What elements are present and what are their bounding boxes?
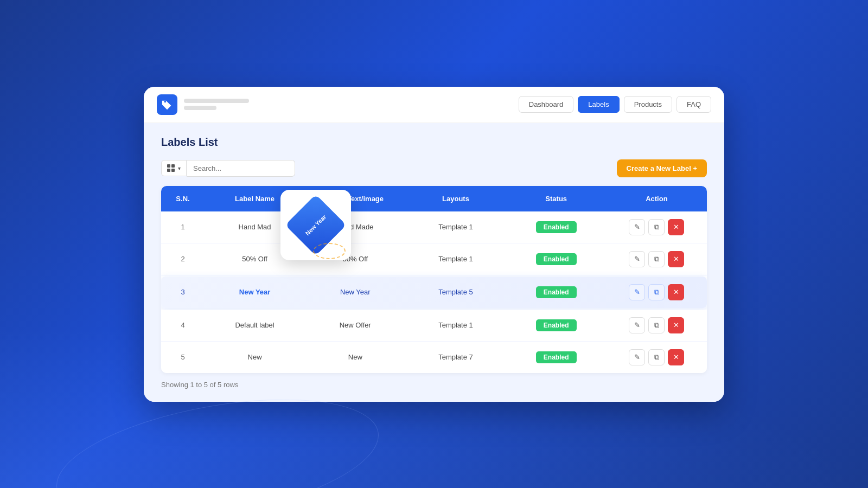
preview-dots-decoration	[313, 243, 346, 259]
cell-label-text: New	[305, 345, 405, 369]
copy-button[interactable]: ⧉	[648, 251, 665, 267]
action-group: ✎ ⧉ ✕	[613, 251, 700, 267]
table-row: 1 Hand Mad Hand Made Template 1 Enabled …	[161, 211, 707, 243]
status-badge: Enabled	[536, 319, 577, 331]
pagination-info: Showing 1 to 5 of 5 rows	[161, 381, 707, 389]
edit-button[interactable]: ✎	[629, 317, 645, 333]
copy-button[interactable]: ⧉	[648, 284, 665, 300]
logo-bar-1	[184, 99, 249, 103]
logo-bar-2	[184, 106, 216, 110]
table-header: S.N. Label Name Label Text/image Layouts…	[161, 186, 707, 211]
cell-sn: 2	[161, 247, 205, 271]
delete-button[interactable]: ✕	[668, 317, 684, 333]
labels-table: S.N. Label Name Label Text/image Layouts…	[161, 186, 707, 373]
col-header-sn: S.N.	[161, 186, 205, 211]
nav-buttons: Dashboard Labels Products FAQ	[519, 96, 711, 113]
nav-faq[interactable]: FAQ	[676, 96, 711, 113]
main-content: Labels List ▾ Create a New Label +	[144, 123, 724, 402]
cell-label-name: New Year	[205, 280, 305, 304]
nav-dashboard[interactable]: Dashboard	[519, 96, 574, 113]
cell-status: Enabled	[506, 279, 607, 306]
cell-layout: Template 7	[405, 345, 506, 369]
cell-layout: Template 5	[405, 280, 506, 304]
cell-label-name: New	[205, 345, 305, 369]
copy-button[interactable]: ⧉	[648, 349, 665, 365]
cell-label-name: Default label	[205, 313, 305, 337]
cell-label-text: New Year	[305, 280, 405, 304]
cell-sn: 3	[161, 280, 205, 304]
edit-button[interactable]: ✎	[629, 219, 645, 235]
cell-action: ✎ ⧉ ✕	[607, 310, 707, 341]
action-group: ✎ ⧉ ✕	[613, 284, 700, 300]
page-title: Labels List	[161, 136, 707, 149]
table-row: 5 New New Template 7 Enabled ✎ ⧉ ✕	[161, 342, 707, 373]
cell-status: Enabled	[506, 344, 607, 371]
cell-action: ✎ ⧉ ✕	[607, 243, 707, 275]
cell-layout: Template 1	[405, 215, 506, 239]
table-row: 4 Default label New Offer Template 1 Ena…	[161, 310, 707, 342]
cell-action: ✎ ⧉ ✕	[607, 277, 707, 308]
logo-text	[184, 99, 249, 110]
cell-sn: 4	[161, 313, 205, 337]
col-header-action: Action	[607, 186, 707, 211]
table-row: 2 50% Off 50% Off Template 1 Enabled ✎ ⧉…	[161, 243, 707, 275]
status-badge: Enabled	[536, 351, 577, 363]
edit-button[interactable]: ✎	[629, 251, 645, 267]
edit-button[interactable]: ✎	[629, 284, 645, 300]
grid-icon	[167, 164, 175, 172]
cell-label-text: New Offer	[305, 313, 405, 337]
cell-action: ✎ ⧉ ✕	[607, 342, 707, 373]
edit-button[interactable]: ✎	[629, 349, 645, 365]
logo-area	[157, 94, 519, 115]
action-group: ✎ ⧉ ✕	[613, 219, 700, 235]
cell-status: Enabled	[506, 312, 607, 339]
toolbar: ▾ Create a New Label +	[161, 159, 707, 177]
nav-products[interactable]: Products	[624, 96, 672, 113]
table-row-highlighted: New Year 3 New Year New Year Template 5 …	[161, 277, 707, 309]
dropdown-arrow-icon: ▾	[178, 165, 181, 171]
status-badge: Enabled	[536, 286, 577, 298]
delete-button[interactable]: ✕	[668, 349, 684, 365]
nav-labels[interactable]: Labels	[578, 96, 619, 113]
app-logo-icon	[157, 94, 177, 115]
status-badge: Enabled	[536, 221, 577, 233]
cell-action: ✎ ⧉ ✕	[607, 211, 707, 243]
delete-button[interactable]: ✕	[668, 219, 684, 235]
cell-sn: 1	[161, 215, 205, 239]
delete-button[interactable]: ✕	[668, 284, 684, 300]
search-input[interactable]	[187, 160, 295, 177]
col-header-layouts: Layouts	[405, 186, 506, 211]
cell-sn: 5	[161, 345, 205, 369]
delete-button[interactable]: ✕	[668, 251, 684, 267]
cell-layout: Template 1	[405, 313, 506, 337]
app-window: Dashboard Labels Products FAQ Labels Lis…	[144, 87, 724, 402]
label-preview-inner: New Year	[291, 201, 340, 249]
cell-layout: Template 1	[405, 247, 506, 271]
copy-button[interactable]: ⧉	[648, 317, 665, 333]
status-badge: Enabled	[536, 253, 577, 265]
header: Dashboard Labels Products FAQ	[144, 87, 724, 123]
action-group: ✎ ⧉ ✕	[613, 317, 700, 333]
toolbar-left: ▾	[161, 160, 295, 177]
action-group: ✎ ⧉ ✕	[613, 349, 700, 365]
col-header-status: Status	[506, 186, 607, 211]
label-preview-tooltip: New Year	[280, 190, 351, 260]
create-label-button[interactable]: Create a New Label +	[617, 159, 707, 177]
grid-toggle-button[interactable]: ▾	[161, 160, 187, 176]
cell-status: Enabled	[506, 214, 607, 241]
cell-status: Enabled	[506, 246, 607, 273]
table-body: 1 Hand Mad Hand Made Template 1 Enabled …	[161, 211, 707, 373]
copy-button[interactable]: ⧉	[648, 219, 665, 235]
